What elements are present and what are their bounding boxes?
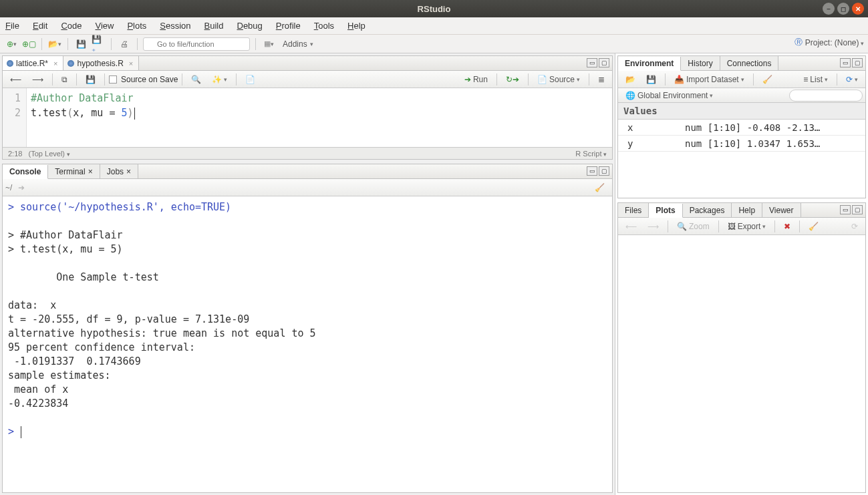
console-tab-bar: Console Terminal × Jobs × ▭ ▢	[3, 164, 612, 179]
menu-plots[interactable]: Plots	[127, 21, 146, 31]
window-minimize-button[interactable]: –	[823, 3, 835, 15]
zoom-button[interactable]: 🔍 Zoom	[672, 220, 714, 233]
language-mode[interactable]: R Script	[575, 150, 607, 158]
separator	[111, 38, 112, 50]
open-file-button[interactable]: 📂	[47, 37, 62, 51]
close-tab-icon[interactable]: ×	[126, 167, 131, 176]
goto-file-function-input[interactable]	[143, 37, 250, 51]
environment-pane: Environment History Connections ▭ ▢ 📂 💾 …	[617, 55, 866, 198]
pane-minimize-button[interactable]: ▭	[840, 205, 851, 214]
source-toolbar: ⟵ ⟶ ⧉ 💾 Source on Save 🔍 ✨ 📄 ➔ Run ↻➔	[3, 71, 612, 88]
close-tab-icon[interactable]: ×	[88, 167, 93, 176]
compile-report-button[interactable]: 📄	[241, 73, 260, 86]
run-button[interactable]: ➔ Run	[460, 73, 492, 86]
refresh-button[interactable]: ⟳	[841, 73, 863, 86]
r-file-icon	[67, 60, 74, 67]
back-button[interactable]: ⟵	[5, 73, 26, 86]
find-replace-button[interactable]: 🔍	[186, 73, 206, 86]
clear-workspace-button[interactable]: 🧹	[758, 73, 777, 86]
close-tab-icon[interactable]: ×	[126, 59, 133, 67]
source-tab-hypothesis[interactable]: hypothesis.R ×	[63, 56, 139, 70]
save-all-button[interactable]: 💾₊	[91, 37, 106, 51]
environment-row[interactable]: y num [1:10] 1.0347 1.653…	[618, 136, 865, 152]
scope-selector[interactable]: (Top Level)	[29, 150, 70, 158]
pane-maximize-button[interactable]: ▢	[852, 58, 863, 67]
env-var-name: y	[618, 138, 685, 149]
menu-code[interactable]: Code	[61, 21, 82, 31]
console-view-dir-button[interactable]: ➜	[13, 181, 29, 194]
window-close-button[interactable]: ✕	[852, 3, 864, 15]
source-on-save-checkbox[interactable]	[109, 75, 117, 84]
plot-next-button[interactable]: ⟶	[643, 220, 664, 233]
pane-maximize-button[interactable]: ▢	[599, 166, 609, 176]
new-file-button[interactable]: ⊕	[4, 37, 19, 51]
scope-selector[interactable]: 🌐 Global Environment	[621, 89, 718, 102]
export-button[interactable]: 🖼 Export	[723, 220, 771, 233]
r-logo-icon: Ⓡ	[794, 37, 803, 48]
environment-scope-bar: 🌐 Global Environment 🔍	[618, 88, 865, 103]
close-tab-icon[interactable]: ×	[51, 59, 57, 67]
menu-profile[interactable]: Profile	[276, 21, 301, 31]
clear-plots-button[interactable]: 🧹	[804, 220, 823, 233]
rerun-button[interactable]: ↻➔	[501, 73, 524, 86]
environment-section-header: Values	[618, 103, 865, 120]
env-var-value: num [1:10] 1.0347 1.653…	[685, 138, 865, 149]
menu-edit[interactable]: Edit	[33, 21, 47, 31]
r-file-icon	[7, 60, 13, 67]
code-editor[interactable]: 1 2 #Author DataFlair t.test(x, mu = 5)	[3, 88, 612, 147]
window-maximize-button[interactable]: ◻	[837, 3, 849, 15]
show-in-new-window-button[interactable]: ⧉	[57, 73, 72, 86]
save-button[interactable]: 💾	[74, 37, 88, 51]
tab-environment[interactable]: Environment	[618, 57, 681, 71]
source-tab-bar: lattice.R* × hypothesis.R × ▭ ▢	[3, 56, 612, 71]
tab-history[interactable]: History	[681, 56, 720, 70]
print-button[interactable]: 🖨	[117, 37, 132, 51]
tab-terminal[interactable]: Terminal ×	[48, 164, 100, 178]
tab-files[interactable]: Files	[618, 203, 649, 217]
console-output[interactable]: > source('~/hypothesis.R', echo=TRUE) > …	[3, 196, 612, 492]
save-workspace-button[interactable]: 💾	[641, 73, 661, 86]
source-script-button[interactable]: 📄 Source	[533, 73, 585, 86]
tab-connections[interactable]: Connections	[720, 56, 779, 70]
pane-minimize-button[interactable]: ▭	[587, 166, 597, 176]
menu-debug[interactable]: Debug	[237, 21, 263, 31]
tab-console[interactable]: Console	[3, 165, 48, 179]
forward-button[interactable]: ⟶	[27, 73, 48, 86]
menu-file[interactable]: File	[5, 21, 19, 31]
tab-jobs[interactable]: Jobs ×	[100, 164, 138, 178]
menu-session[interactable]: Session	[160, 21, 190, 31]
menu-help[interactable]: Help	[347, 21, 366, 31]
save-script-button[interactable]: 💾	[81, 73, 100, 86]
pane-layout-button[interactable]: ▦	[261, 37, 276, 51]
tab-plots[interactable]: Plots	[649, 204, 682, 218]
pane-minimize-button[interactable]: ▭	[587, 58, 597, 67]
environment-row[interactable]: x num [1:10] -0.408 -2.13…	[618, 120, 865, 136]
import-dataset-button[interactable]: 📥 Import Dataset	[670, 73, 749, 86]
pane-maximize-button[interactable]: ▢	[599, 58, 609, 67]
code-tools-button[interactable]: ✨	[207, 73, 232, 86]
pane-maximize-button[interactable]: ▢	[852, 205, 863, 214]
menu-build[interactable]: Build	[204, 21, 224, 31]
new-project-button[interactable]: ⊕▢	[21, 37, 36, 51]
source-tab-lattice[interactable]: lattice.R* ×	[3, 56, 63, 70]
refresh-plots-button[interactable]: ⟳	[847, 220, 863, 233]
pane-minimize-button[interactable]: ▭	[840, 58, 851, 67]
tab-viewer[interactable]: Viewer	[762, 203, 801, 217]
clear-console-button[interactable]: 🧹	[590, 181, 609, 194]
menu-view[interactable]: View	[95, 21, 114, 31]
workspace: lattice.R* × hypothesis.R × ▭ ▢ ⟵ ⟶ ⧉	[0, 53, 868, 495]
outline-button[interactable]: ≣	[593, 73, 609, 86]
project-selector[interactable]: Project: (None)	[805, 38, 864, 47]
tab-help[interactable]: Help	[732, 203, 762, 217]
environment-search-input[interactable]	[789, 90, 863, 102]
menu-tools[interactable]: Tools	[314, 21, 334, 31]
view-mode-selector[interactable]: ≡ List	[799, 73, 833, 86]
env-var-name: x	[618, 122, 685, 133]
tab-packages[interactable]: Packages	[683, 203, 732, 217]
addins-menu[interactable]: Addins	[279, 39, 317, 49]
plots-toolbar: ⟵ ⟶ 🔍 Zoom 🖼 Export ✖ 🧹 ⟳	[618, 218, 865, 235]
remove-plot-button[interactable]: ✖	[779, 220, 795, 233]
plot-prev-button[interactable]: ⟵	[621, 220, 641, 233]
load-workspace-button[interactable]: 📂	[621, 73, 640, 86]
window-title: RStudio	[418, 4, 451, 14]
